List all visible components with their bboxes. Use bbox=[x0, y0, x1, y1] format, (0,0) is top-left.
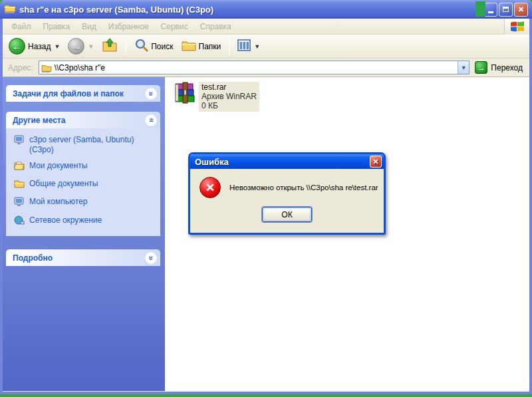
go-button[interactable]: → Переход bbox=[475, 61, 523, 74]
ok-button[interactable]: ОК bbox=[262, 207, 312, 222]
menu-edit[interactable]: Правка bbox=[37, 20, 76, 33]
go-arrow-icon: → bbox=[475, 61, 487, 74]
toolbar-separator bbox=[229, 38, 229, 55]
address-value: \\C3po\sha r"e bbox=[52, 63, 458, 72]
back-icon: ← bbox=[9, 38, 25, 55]
folder-up-icon bbox=[102, 38, 118, 55]
sidebar-item-label: Общие документы bbox=[29, 179, 98, 189]
forward-dropdown-icon: ▼ bbox=[88, 43, 94, 50]
panel-title: Подробно bbox=[13, 253, 53, 263]
views-button[interactable]: ▼ bbox=[234, 38, 263, 55]
my-documents-icon bbox=[14, 161, 25, 173]
panel-file-tasks: Задачи для файлов и папок bbox=[6, 85, 160, 102]
sidebar-item-label: c3po server (Samba, Ubuntu) (C3po) bbox=[29, 135, 156, 155]
panel-file-tasks-header[interactable]: Задачи для файлов и папок bbox=[6, 85, 160, 102]
forward-button[interactable]: → ▼ bbox=[65, 37, 97, 56]
computer-icon bbox=[14, 135, 25, 148]
sidebar-item-my-documents[interactable]: Мои документы bbox=[14, 161, 156, 173]
up-button[interactable] bbox=[98, 37, 121, 56]
go-label: Переход bbox=[491, 63, 523, 72]
file-name: test.rar bbox=[201, 82, 257, 92]
windows-logo-icon bbox=[504, 19, 529, 35]
maximize-button[interactable] bbox=[499, 3, 513, 17]
toolbar-separator bbox=[126, 38, 126, 55]
sidebar-item-label: Мои документы bbox=[29, 161, 87, 171]
chevron-up-icon[interactable] bbox=[145, 114, 157, 126]
back-dropdown-icon[interactable]: ▼ bbox=[54, 43, 60, 50]
address-share-icon bbox=[39, 63, 52, 72]
network-places-icon bbox=[14, 215, 25, 228]
error-dialog: Ошибка ✕ ✕ Невозможно открыть \\C3po\sha… bbox=[188, 152, 386, 235]
views-dropdown-icon[interactable]: ▼ bbox=[254, 43, 260, 50]
address-dropdown-icon[interactable]: ▼ bbox=[458, 61, 469, 74]
panel-title: Задачи для файлов и папок bbox=[13, 89, 124, 98]
panel-details: Подробно bbox=[6, 249, 160, 266]
dialog-close-button[interactable]: ✕ bbox=[370, 156, 382, 168]
search-button[interactable]: Поиск bbox=[131, 37, 176, 56]
panel-other-places-header[interactable]: Другие места bbox=[6, 112, 160, 128]
toolbar: ← Назад ▼ → ▼ bbox=[3, 35, 529, 59]
sidebar-item-label: Сетевое окружение bbox=[29, 215, 102, 225]
address-bar: Адрес: \\C3po\sha r"e ▼ → Переход bbox=[3, 59, 529, 77]
menu-help[interactable]: Справка bbox=[194, 20, 237, 33]
sidebar-item-shared-documents[interactable]: Общие документы bbox=[14, 179, 156, 191]
address-label: Адрес: bbox=[8, 63, 33, 72]
folders-button[interactable]: Папки bbox=[178, 38, 225, 55]
file-type: Архив WinRAR bbox=[201, 92, 257, 101]
winrar-archive-icon bbox=[174, 82, 197, 107]
menu-view[interactable]: Вид bbox=[76, 20, 102, 33]
back-button[interactable]: ← Назад ▼ bbox=[5, 37, 63, 56]
panel-title: Другие места bbox=[13, 116, 65, 125]
file-item-test-rar[interactable]: test.rar Архив WinRAR 0 КБ bbox=[174, 82, 259, 112]
error-icon: ✕ bbox=[200, 177, 221, 198]
sidebar-item-my-computer[interactable]: Мой компьютер bbox=[14, 197, 156, 209]
shared-documents-icon bbox=[14, 179, 25, 191]
menu-tools[interactable]: Сервис bbox=[155, 20, 194, 33]
search-label: Поиск bbox=[151, 42, 173, 51]
dialog-title-bar[interactable]: Ошибка ✕ bbox=[190, 154, 384, 169]
my-computer-icon bbox=[14, 197, 25, 209]
sidebar-item-c3po-server[interactable]: c3po server (Samba, Ubuntu) (C3po) bbox=[14, 135, 156, 155]
other-places-list: c3po server (Samba, Ubuntu) (C3po) Мои bbox=[6, 128, 160, 236]
views-icon bbox=[237, 39, 251, 53]
search-icon bbox=[134, 39, 148, 55]
panel-other-places: Другие места c3po bbox=[6, 112, 160, 236]
sidebar-item-network-places[interactable]: Сетевое окружение bbox=[14, 215, 156, 228]
panel-details-header[interactable]: Подробно bbox=[6, 249, 160, 266]
sidebar-item-label: Мой компьютер bbox=[29, 197, 87, 207]
chevron-down-icon[interactable] bbox=[145, 252, 157, 264]
task-pane: Задачи для файлов и папок Другие места bbox=[3, 77, 165, 391]
back-label: Назад bbox=[28, 42, 51, 51]
shared-folder-icon bbox=[4, 3, 16, 16]
close-button[interactable]: ✕ bbox=[514, 3, 528, 17]
folders-icon bbox=[182, 39, 196, 53]
minimize-button[interactable] bbox=[483, 3, 497, 17]
menu-favorites[interactable]: Избранное bbox=[102, 20, 155, 33]
menu-file[interactable]: Файл bbox=[5, 20, 37, 33]
dialog-message: Невозможно открыть \\C3po\sha re\test.ra… bbox=[229, 184, 378, 192]
address-input[interactable]: \\C3po\sha r"e ▼ bbox=[39, 61, 470, 74]
window-title: sha r"e на c3po server (Samba, Ubuntu) (… bbox=[19, 5, 480, 15]
desktop: sha r"e на c3po server (Samba, Ubuntu) (… bbox=[0, 0, 532, 397]
desktop-artifact bbox=[475, 1, 485, 17]
dialog-title: Ошибка bbox=[195, 157, 229, 167]
folders-label: Папки bbox=[199, 42, 221, 51]
title-bar[interactable]: sha r"e на c3po server (Samba, Ubuntu) (… bbox=[0, 0, 532, 19]
file-size: 0 КБ bbox=[201, 101, 257, 110]
menu-bar: Файл Правка Вид Избранное Сервис Справка bbox=[3, 19, 529, 35]
forward-icon: → bbox=[68, 38, 84, 55]
chevron-down-icon[interactable] bbox=[145, 88, 157, 100]
